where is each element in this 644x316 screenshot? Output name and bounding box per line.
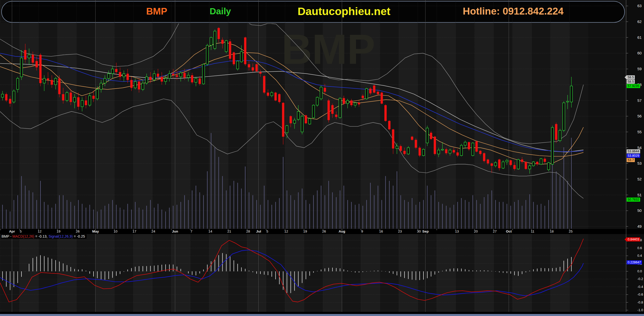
macd-axis-label: -0.8 xyxy=(637,300,643,304)
watermark: BMP xyxy=(282,26,375,73)
x-axis-month-label: Sep xyxy=(422,229,429,233)
x-axis-week-label: 19 xyxy=(303,229,307,233)
x-axis-week-label: 26 xyxy=(322,229,326,233)
price-axis-label: 55 xyxy=(637,130,642,134)
macd-axis-label: -1.0 xyxy=(637,308,643,312)
x-axis-week-label: 11 xyxy=(531,229,534,233)
floating-value-label: 53.8644 xyxy=(627,149,640,153)
trading-chart-app: BMP BMP Daily Dautucophieu.net Hotline: … xyxy=(0,0,644,316)
x-axis-week-label: 26 xyxy=(76,229,79,233)
x-axis-week-label: 7 xyxy=(190,229,192,233)
macd-name: MACD(12,26) xyxy=(13,234,34,238)
price-chart-canvas[interactable]: BMP xyxy=(0,0,644,316)
macd-label-prefix: BMP - xyxy=(2,234,13,238)
x-axis-week-label: 20 xyxy=(474,229,478,233)
x-axis-week-label: 5 xyxy=(266,229,268,233)
x-axis-month-label: Apr xyxy=(9,229,15,233)
x-axis-week-label: 16 xyxy=(379,229,383,233)
x-axis-week-label: 17 xyxy=(132,229,136,233)
x-axis-month-label: Jul xyxy=(256,229,261,233)
x-axis-month-label: May xyxy=(92,229,99,233)
x-axis-week-label: 9 xyxy=(361,229,363,233)
x-axis-week-label: 10 xyxy=(113,229,117,233)
floating-value-label: 53.7 xyxy=(627,158,635,162)
x-axis-week-label: 25 xyxy=(569,229,572,233)
x-axis-week-label: 18 xyxy=(550,229,554,233)
x-axis-week-label: 12 xyxy=(38,229,41,233)
price-axis-label: 60 xyxy=(637,51,642,55)
price-axis-label: 50 xyxy=(637,208,642,213)
x-axis-week-label: 21 xyxy=(227,229,231,233)
floating-value-label: 50.7832 xyxy=(627,198,640,202)
macd-axis-label: -0.2 xyxy=(637,277,643,281)
x-axis-week-label: 14 xyxy=(208,229,212,233)
x-axis-week-label: 19 xyxy=(56,229,60,233)
price-axis-label: 53 xyxy=(637,161,642,165)
x-axis-week-label: 24 xyxy=(151,229,155,233)
macd-indicator-label: BMP - MACD(12,26) = -0.13, Signal(12,26,… xyxy=(1,234,87,239)
macd-axis-label: 0.4 xyxy=(637,254,642,258)
price-axis-label: 52 xyxy=(637,177,642,181)
price-axis-label: 63 xyxy=(637,4,642,8)
price-axis-label: 57 xyxy=(637,98,642,103)
floating-value-label: 0.228647 xyxy=(627,260,642,264)
price-axis-label: 49 xyxy=(637,224,642,228)
floating-value-label: 58.5 xyxy=(627,80,635,84)
x-axis-month-label: Aug xyxy=(339,229,345,233)
macd-axis-label: -0.6 xyxy=(637,293,643,296)
signal-value: = -0.25 xyxy=(73,234,85,238)
price-axis-label: 62 xyxy=(637,19,642,24)
macd-value: = -0.13, xyxy=(34,234,49,238)
x-axis-week-label: 23 xyxy=(398,229,402,233)
x-axis-month-label: Oct xyxy=(506,229,512,233)
x-axis-week-label: 13 xyxy=(455,229,459,233)
floating-value-label: 57.9235 xyxy=(627,84,640,88)
x-axis-week-label: 27 xyxy=(493,229,497,233)
floating-value-label: 58.5 xyxy=(627,75,635,79)
horizontal-scrollbar[interactable] xyxy=(0,314,644,316)
macd-axis-label: -0.4 xyxy=(637,285,643,289)
x-axis-week-label: 28 xyxy=(246,229,250,233)
floating-value-label: 53.8029 xyxy=(627,154,640,158)
macd-axis-label: 0.0 xyxy=(637,269,642,273)
macd-axis-label: 0.6 xyxy=(637,246,642,250)
x-axis-week-label: 5 xyxy=(20,229,22,233)
x-axis-week-label: 12 xyxy=(284,229,288,233)
price-axis-label: 59 xyxy=(637,67,642,71)
x-axis-month-label: Jun xyxy=(172,229,178,233)
floating-value-label: 0.84403 xyxy=(627,237,640,241)
x-axis-week-label: 30 xyxy=(417,229,421,233)
price-axis-label: 61 xyxy=(637,35,642,40)
price-axis-label: 51 xyxy=(637,193,642,197)
signal-name: Signal(12,26,9) xyxy=(49,234,73,238)
price-axis-label: 56 xyxy=(637,114,642,118)
